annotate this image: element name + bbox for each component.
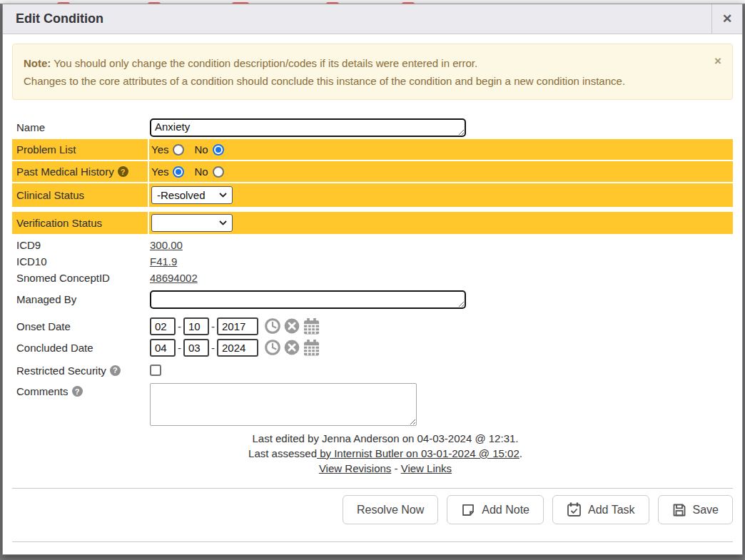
pmh-no-label: No bbox=[194, 166, 208, 178]
dialog-title: Edit Condition bbox=[3, 4, 711, 34]
problem-list-yes-radio[interactable] bbox=[173, 144, 184, 156]
snomed-label: Snomed ConceptID bbox=[12, 272, 148, 284]
icd10-label: ICD10 bbox=[12, 255, 148, 268]
clinical-status-row: Clinical Status -Resolved bbox=[12, 183, 733, 207]
background-tab-label: E-mail bbox=[370, 1, 397, 4]
help-icon[interactable]: ? bbox=[72, 386, 83, 397]
problem-list-no-radio[interactable] bbox=[213, 144, 224, 156]
resolve-now-button[interactable]: Resolve Now bbox=[343, 495, 438, 524]
icd9-row: ICD9 300.00 bbox=[12, 237, 733, 253]
help-icon[interactable]: ? bbox=[118, 166, 128, 177]
background-tab-count: 4 bbox=[57, 2, 70, 4]
pmh-no-radio[interactable] bbox=[213, 166, 224, 178]
note-line-1: Note: You should only change the conditi… bbox=[24, 54, 701, 72]
background-tab-label: Tasks bbox=[27, 1, 53, 4]
chevron-down-icon bbox=[219, 193, 227, 198]
dialog-header: Edit Condition ✕ bbox=[3, 4, 742, 34]
view-links-line: View Revisions - View Links bbox=[38, 461, 733, 476]
view-revisions-link[interactable]: View Revisions bbox=[319, 462, 391, 474]
edit-condition-dialog: Edit Condition ✕ Note: You should only c… bbox=[2, 4, 743, 555]
name-input[interactable]: Anxiety bbox=[150, 118, 466, 137]
onset-month-input[interactable]: 10 bbox=[183, 317, 209, 335]
clock-icon[interactable] bbox=[265, 340, 280, 355]
verification-status-label: Verification Status bbox=[12, 212, 148, 234]
clock-icon[interactable] bbox=[265, 318, 280, 334]
view-links-link[interactable]: View Links bbox=[401, 462, 452, 474]
clear-date-icon[interactable] bbox=[284, 340, 300, 355]
icd9-label: ICD9 bbox=[12, 239, 148, 251]
past-medical-history-label: Past Medical History ? bbox=[12, 161, 148, 182]
icd10-row: ICD10 F41.9 bbox=[12, 253, 733, 270]
chevron-down-icon bbox=[219, 220, 227, 225]
concluded-day-input[interactable]: 04 bbox=[150, 339, 176, 357]
calendar-check-icon bbox=[567, 502, 582, 517]
concluded-date-label: Concluded Date bbox=[12, 342, 148, 354]
managed-by-row: Managed By bbox=[12, 287, 733, 311]
background-tab-count: 2 bbox=[402, 2, 415, 4]
footer-divider bbox=[12, 488, 733, 489]
concluded-date-row: Concluded Date 04 - 03 - 2024 bbox=[12, 337, 733, 358]
clear-date-icon[interactable] bbox=[284, 318, 300, 334]
note-label: Note: bbox=[24, 57, 51, 69]
page-background: Tasks4 Open Enc1 Due List10 Other Ref1 E… bbox=[0, 0, 745, 560]
icd10-code-link[interactable]: F41.9 bbox=[150, 255, 177, 268]
calendar-icon[interactable] bbox=[303, 318, 320, 335]
clinical-status-select[interactable]: -Resolved bbox=[151, 186, 233, 204]
problem-list-row: Problem List Yes No bbox=[12, 139, 733, 160]
clinical-status-value: -Resolved bbox=[157, 189, 206, 201]
onset-date-label: Onset Date bbox=[12, 320, 148, 332]
onset-date-row: Onset Date 02 - 10 - 2017 bbox=[12, 315, 733, 337]
snomed-code-link[interactable]: 48694002 bbox=[150, 272, 198, 284]
note-line-2: Changes to the core attributes of a cond… bbox=[24, 72, 701, 90]
restricted-security-checkbox[interactable] bbox=[150, 365, 161, 376]
comments-row: Comments ? bbox=[12, 383, 733, 426]
calendar-icon[interactable] bbox=[303, 340, 320, 356]
dialog-body: Note: You should only change the conditi… bbox=[3, 44, 742, 542]
background-tab-count: 10 bbox=[232, 2, 249, 4]
clinical-status-label: Clinical Status bbox=[12, 183, 148, 207]
concluded-year-input[interactable]: 2024 bbox=[217, 339, 258, 357]
snomed-row: Snomed ConceptID 48694002 bbox=[12, 270, 733, 286]
name-label: Name bbox=[12, 121, 148, 133]
add-note-button[interactable]: Add Note bbox=[447, 495, 544, 524]
background-tab-count: 1 bbox=[148, 2, 161, 4]
past-medical-history-row: Past Medical History ? Yes No bbox=[12, 161, 733, 182]
pmh-yes-label: Yes bbox=[151, 166, 168, 178]
last-assessed-text: Last assessed by Internist Butler on 03-… bbox=[38, 446, 733, 461]
onset-year-input[interactable]: 2017 bbox=[217, 317, 258, 335]
background-tab-label: Open Enc bbox=[100, 1, 143, 4]
background-tab-count: 1 bbox=[326, 2, 339, 4]
comments-input[interactable] bbox=[150, 383, 417, 426]
save-icon bbox=[672, 503, 686, 517]
restricted-security-label: Restricted Security ? bbox=[12, 365, 148, 377]
note-dismiss-icon[interactable]: × bbox=[714, 52, 721, 70]
verification-status-select[interactable] bbox=[151, 214, 233, 232]
last-assessed-link[interactable]: by Internist Butler on 03-01-2024 @ 15:0… bbox=[317, 447, 520, 459]
note-icon bbox=[461, 503, 475, 517]
comments-label: Comments ? bbox=[12, 385, 148, 397]
icd9-code-link[interactable]: 300.00 bbox=[150, 239, 183, 251]
condition-form: Name Anxiety Problem List Yes No bbox=[12, 116, 733, 426]
help-icon[interactable]: ? bbox=[110, 365, 121, 376]
managed-by-input[interactable] bbox=[150, 290, 466, 309]
problem-list-yes-label: Yes bbox=[151, 143, 168, 156]
action-buttons: Resolve Now Add Note Add Task Save bbox=[12, 495, 733, 524]
verification-status-row: Verification Status bbox=[12, 212, 733, 234]
background-tab-label: Due List bbox=[191, 1, 228, 4]
restricted-security-row: Restricted Security ? bbox=[12, 362, 733, 379]
save-button[interactable]: Save bbox=[658, 495, 733, 524]
bottom-divider bbox=[12, 541, 733, 542]
background-tab-label: Other Ref bbox=[280, 1, 322, 4]
problem-list-label: Problem List bbox=[12, 139, 148, 160]
close-icon[interactable]: ✕ bbox=[711, 4, 742, 34]
onset-day-input[interactable]: 02 bbox=[150, 317, 176, 335]
note-banner: Note: You should only change the conditi… bbox=[12, 44, 733, 100]
add-task-button[interactable]: Add Task bbox=[552, 495, 649, 524]
name-row: Name Anxiety bbox=[12, 116, 733, 139]
audit-info: Last edited by Jenna Anderson on 04-03-2… bbox=[12, 431, 733, 476]
managed-by-label: Managed By bbox=[12, 293, 148, 305]
last-edited-text: Last edited by Jenna Anderson on 04-03-2… bbox=[38, 431, 733, 446]
pmh-yes-radio[interactable] bbox=[173, 166, 184, 178]
concluded-month-input[interactable]: 03 bbox=[183, 339, 209, 357]
problem-list-no-label: No bbox=[194, 143, 208, 156]
